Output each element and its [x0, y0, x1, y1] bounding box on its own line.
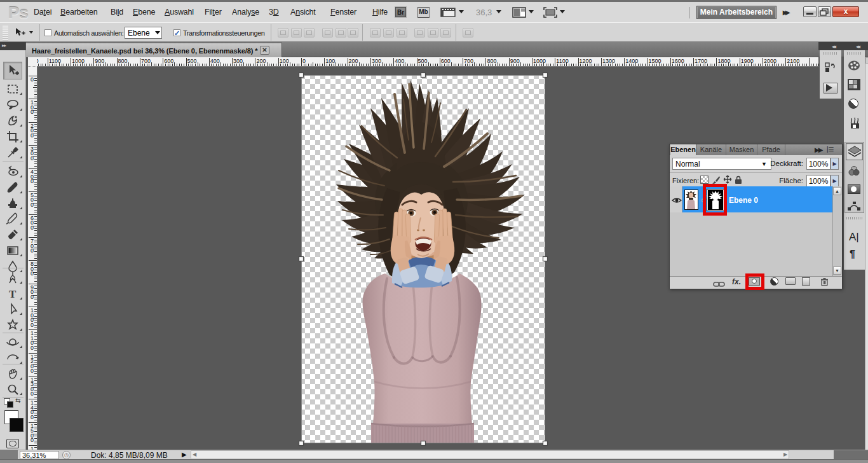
svg-text:T: T	[9, 288, 17, 300]
